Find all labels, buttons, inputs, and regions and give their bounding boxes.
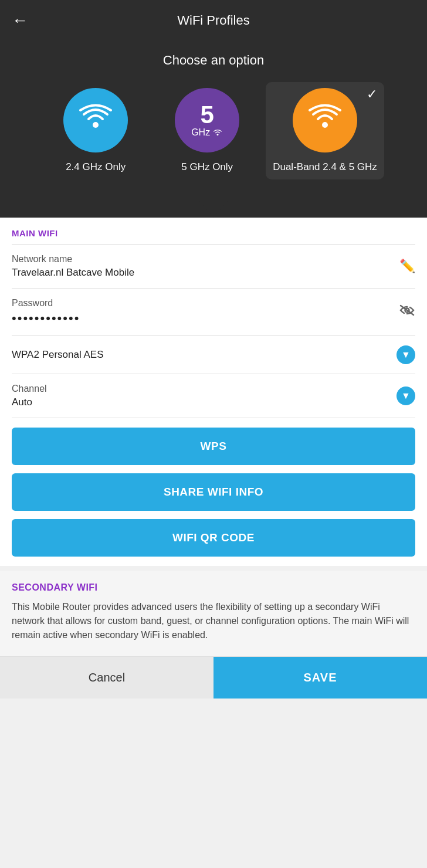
security-row[interactable]: WPA2 Personal AES ▼ <box>0 336 427 374</box>
page-title: WiFi Profiles <box>177 13 249 28</box>
network-name-value: Travelaar.nl Batcave Mobile <box>12 267 394 279</box>
option-label-dual: Dual-Band 2.4 & 5 GHz <box>273 161 377 174</box>
five-ghz-number: 5 <box>200 103 214 127</box>
main-wifi-header: MAIN WIFI <box>0 218 427 244</box>
header: ← WiFi Profiles <box>0 0 427 41</box>
edit-network-name-button[interactable]: ✏️ <box>394 259 415 274</box>
option-label: Choose an option <box>12 53 415 68</box>
back-button[interactable]: ← <box>12 11 28 30</box>
main-wifi-section: MAIN WIFI Network name Travelaar.nl Batc… <box>0 218 427 566</box>
option-circle-5ghz: 5 GHz <box>175 88 239 152</box>
option-label-5ghz: 5 GHz Only <box>181 161 233 174</box>
wps-button[interactable]: WPS <box>12 428 415 465</box>
password-label: Password <box>12 298 393 308</box>
svg-point-2 <box>322 122 328 128</box>
wifi-icon-2-4ghz <box>78 103 113 138</box>
password-content: Password •••••••••••• <box>12 298 393 326</box>
option-5ghz[interactable]: 5 GHz 5 GHz Only <box>154 82 260 179</box>
toggle-password-button[interactable] <box>393 304 415 320</box>
network-name-row: Network name Travelaar.nl Batcave Mobile… <box>0 245 427 288</box>
svg-point-0 <box>93 122 99 128</box>
network-name-label: Network name <box>12 254 394 265</box>
option-2-4ghz[interactable]: 2.4 GHz Only <box>43 82 148 179</box>
password-row: Password •••••••••••• <box>0 289 427 335</box>
option-area: Choose an option 2.4 GHz Only 5 GHz <box>0 41 427 197</box>
option-dual-band[interactable]: ✓ Dual-Band 2.4 & 5 GHz <box>266 82 384 179</box>
option-circle-dual <box>293 88 357 152</box>
cancel-button[interactable]: Cancel <box>0 657 214 699</box>
security-value: WPA2 Personal AES <box>12 349 396 361</box>
channel-value: Auto <box>12 396 396 408</box>
triangle-down-shape <box>196 197 231 218</box>
secondary-wifi-description: This Mobile Router provides advanced use… <box>12 600 415 642</box>
five-ghz-content: 5 GHz <box>191 103 223 138</box>
security-dropdown-button[interactable]: ▼ <box>396 345 415 364</box>
bottom-bar: Cancel SAVE <box>0 656 427 699</box>
action-buttons: WPS SHARE WIFI INFO WIFI QR CODE <box>0 418 427 566</box>
share-wifi-info-button[interactable]: SHARE WIFI INFO <box>12 473 415 511</box>
network-name-content: Network name Travelaar.nl Batcave Mobile <box>12 254 394 279</box>
triangle-pointer <box>0 197 427 218</box>
password-value: •••••••••••• <box>12 311 393 326</box>
secondary-wifi-header: SECONDARY WIFI <box>12 582 415 593</box>
channel-content: Channel Auto <box>12 384 396 408</box>
option-circle-2-4ghz <box>63 88 128 152</box>
channel-dropdown-button[interactable]: ▼ <box>396 386 415 405</box>
option-label-2-4ghz: 2.4 GHz Only <box>66 161 126 174</box>
wifi-icon-dual <box>307 103 343 138</box>
options-row: 2.4 GHz Only 5 GHz 5 GHz Only <box>12 82 415 179</box>
checkmark-icon: ✓ <box>367 87 377 102</box>
eye-off-icon <box>399 304 415 317</box>
security-dropdown-arrow: ▼ <box>401 350 411 360</box>
security-content: WPA2 Personal AES <box>12 349 396 361</box>
five-ghz-label: GHz <box>191 127 223 138</box>
wifi-qr-code-button[interactable]: WIFI QR CODE <box>12 519 415 557</box>
channel-label: Channel <box>12 384 396 394</box>
save-button[interactable]: SAVE <box>214 657 427 699</box>
channel-row: Channel Auto ▼ <box>0 374 427 418</box>
channel-dropdown-arrow: ▼ <box>401 391 411 401</box>
svg-point-1 <box>217 134 219 135</box>
wifi-small-icon <box>212 128 223 137</box>
secondary-wifi-section: SECONDARY WIFI This Mobile Router provid… <box>0 571 427 656</box>
